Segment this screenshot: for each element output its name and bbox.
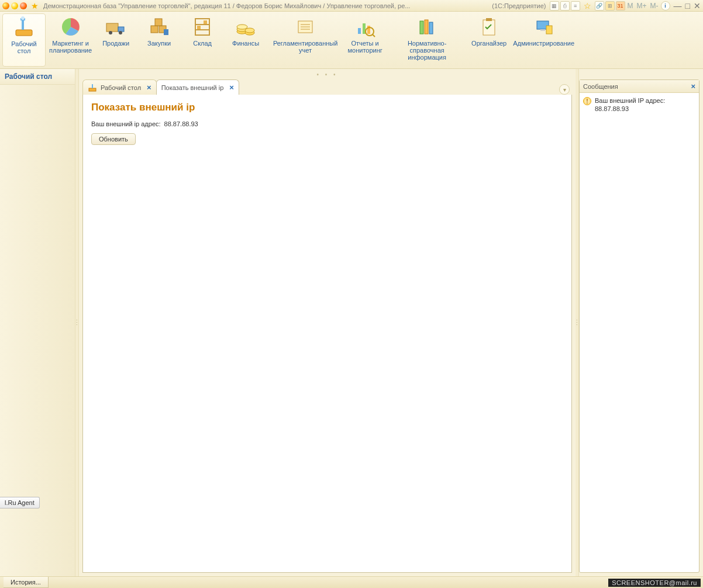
- svg-rect-1: [22, 19, 24, 30]
- titlebar: ★ Демонстрационная база "Управление торг…: [0, 0, 703, 12]
- calendar-icon[interactable]: 31: [616, 1, 625, 11]
- right-pane: Сообщения × ! Ваш внешний IP адрес: 88.8…: [579, 69, 703, 576]
- history-button[interactable]: История...: [4, 577, 49, 588]
- shelf-icon: [191, 15, 214, 39]
- svg-rect-27: [358, 28, 361, 34]
- svg-point-20: [237, 25, 247, 29]
- section-reference[interactable]: Нормативно-справочнаяинформация: [387, 12, 467, 68]
- desk-icon: [12, 16, 36, 39]
- section-reports[interactable]: Отчеты имониторинг: [343, 12, 387, 68]
- menu-icon[interactable]: [2, 2, 9, 9]
- section-warehouse[interactable]: Склад: [181, 12, 224, 68]
- close-icon[interactable]: ✕: [694, 1, 701, 11]
- tab-close-icon[interactable]: ×: [229, 83, 234, 92]
- section-desktop[interactable]: Рабочийстол: [2, 13, 46, 67]
- circle-icon[interactable]: [20, 2, 27, 9]
- print-icon[interactable]: ⎙: [560, 1, 570, 11]
- memory-m-minus[interactable]: M-: [649, 2, 660, 10]
- svg-rect-36: [486, 18, 492, 21]
- messages-title: Сообщения: [583, 83, 618, 90]
- tab-label: Показать внешний ip: [161, 84, 224, 91]
- doc-icon[interactable]: ≡: [571, 1, 580, 11]
- agent-tab[interactable]: l.Ru Agent: [0, 497, 40, 509]
- section-label: Регламентированныйучет: [273, 40, 338, 54]
- section-label: Маркетинг ипланирование: [49, 40, 92, 54]
- horizontal-splitter[interactable]: • • •: [79, 69, 576, 79]
- calc-icon[interactable]: ⊞: [605, 1, 615, 11]
- favorite-icon[interactable]: ★: [31, 1, 39, 11]
- messages-close-icon[interactable]: ×: [691, 82, 695, 91]
- workspace: • • • Рабочий стол × Показать внешний ip…: [79, 69, 576, 576]
- tab-dropdown-icon[interactable]: ▾: [559, 84, 570, 95]
- section-label: Продажи: [102, 40, 129, 47]
- section-organizer[interactable]: Органайзер: [467, 12, 511, 68]
- window-controls: ★: [2, 1, 41, 11]
- section-label: Органайзер: [471, 40, 506, 47]
- section-label: Рабочийстол: [11, 40, 36, 54]
- tab-label: Рабочий стол: [101, 84, 141, 91]
- pie-icon: [59, 15, 82, 39]
- vertical-splitter-right[interactable]: ···: [576, 69, 579, 576]
- body: Рабочий стол ··· • • • Рабочий стол × По…: [0, 69, 703, 576]
- ledger-icon: [294, 15, 317, 39]
- svg-rect-41: [92, 84, 93, 88]
- svg-rect-40: [89, 88, 96, 91]
- ip-value: 88.87.88.93: [164, 120, 198, 127]
- chart-icon: [353, 15, 377, 39]
- section-sales[interactable]: Продажи: [94, 12, 137, 68]
- refresh-button[interactable]: Обновить: [91, 133, 136, 145]
- tabbar: Рабочий стол × Показать внешний ip × ▾: [79, 79, 576, 95]
- window-title: Демонстрационная база "Управление торгов…: [43, 2, 491, 9]
- star-icon[interactable]: ☆: [584, 1, 591, 11]
- section-panel: Рабочийстол Маркетинг ипланирование Прод…: [0, 12, 703, 69]
- pc-icon: [532, 15, 556, 39]
- section-label: Администрирование: [513, 40, 574, 47]
- memory-m[interactable]: M: [626, 2, 635, 10]
- leftnav-header[interactable]: Рабочий стол: [0, 69, 75, 85]
- message-text: Ваш внешний IP адрес: 88.87.88.93: [595, 96, 695, 113]
- minimize-icon[interactable]: —: [674, 1, 682, 11]
- memory-m-plus[interactable]: M+: [636, 2, 648, 10]
- svg-rect-32: [420, 21, 423, 34]
- ip-label: Ваш внешний ip адрес:: [91, 120, 161, 127]
- section-label: Отчеты имониторинг: [347, 40, 382, 54]
- tab-show-ip[interactable]: Показать внешний ip ×: [156, 79, 239, 95]
- desk-small-icon: [88, 83, 97, 92]
- page-title: Показать внешний ip: [91, 102, 563, 113]
- section-marketing[interactable]: Маркетинг ипланирование: [47, 12, 94, 68]
- tool-icon[interactable]: ▦: [550, 1, 559, 11]
- section-label: Склад: [193, 40, 212, 47]
- link-icon[interactable]: 🔗: [595, 1, 604, 11]
- svg-point-7: [109, 31, 112, 34]
- section-purchases[interactable]: Закупки: [137, 12, 181, 68]
- maximize-icon[interactable]: □: [685, 1, 690, 11]
- status-bar: История...: [0, 576, 703, 588]
- svg-line-31: [373, 34, 375, 37]
- svg-rect-16: [197, 26, 201, 29]
- clipboard-icon: [477, 15, 501, 39]
- section-label: Закупки: [147, 40, 171, 47]
- section-label: Финансы: [232, 40, 259, 47]
- svg-point-22: [245, 28, 254, 33]
- section-label: Нормативно-справочнаяинформация: [392, 40, 462, 61]
- page-content: Показать внешний ip Ваш внешний ip адрес…: [82, 95, 572, 573]
- section-admin[interactable]: Администрирование: [511, 12, 577, 68]
- section-finance[interactable]: Финансы: [224, 12, 267, 68]
- messages-panel: Сообщения × ! Ваш внешний IP адрес: 88.8…: [579, 79, 699, 573]
- svg-rect-17: [204, 20, 207, 24]
- info-icon[interactable]: i: [661, 1, 670, 11]
- svg-rect-39: [546, 26, 552, 34]
- ip-row: Ваш внешний ip адрес: 88.87.88.93: [91, 120, 563, 127]
- truck-icon: [104, 15, 127, 39]
- message-item[interactable]: ! Ваш внешний IP адрес: 88.87.88.93: [583, 96, 695, 113]
- coins-icon: [234, 15, 257, 39]
- warning-icon: !: [583, 97, 591, 105]
- tab-close-icon[interactable]: ×: [147, 83, 151, 92]
- svg-point-8: [119, 31, 122, 34]
- tab-desktop[interactable]: Рабочий стол ×: [82, 79, 157, 95]
- window-suffix: (1С:Предприятие): [492, 2, 546, 9]
- boxes-icon: [147, 15, 171, 39]
- dropdown-icon[interactable]: [11, 2, 18, 9]
- section-regulated[interactable]: Регламентированныйучет: [267, 12, 343, 68]
- svg-rect-11: [155, 19, 162, 26]
